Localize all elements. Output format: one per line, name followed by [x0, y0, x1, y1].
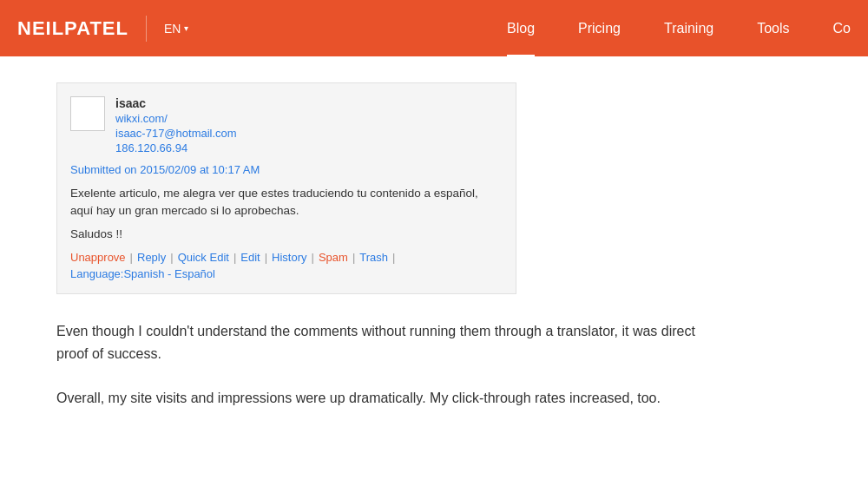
article-body: Even though I couldn't understand the co… [56, 320, 716, 410]
comment-meta: isaac wikxi.com/ isaac-717@hotmail.com 1… [115, 96, 237, 154]
lang-label: EN [164, 22, 181, 36]
commenter-ip: 186.120.66.94 [115, 141, 237, 154]
sep-3: | [233, 251, 236, 264]
nav-training[interactable]: Training [664, 21, 713, 36]
sep-4: | [265, 251, 267, 264]
site-header: NEILPATEL EN ▾ Blog Pricing Training Too… [0, 0, 868, 56]
lang-value: Spanish - Español [123, 267, 215, 280]
action-quick-edit[interactable]: Quick Edit [178, 251, 229, 264]
nav-blog[interactable]: Blog [507, 21, 535, 36]
comment-sign: Saludos !! [70, 227, 503, 240]
comment-actions: Unapprove | Reply | Quick Edit | Edit | … [70, 251, 503, 264]
comment-header: isaac wikxi.com/ isaac-717@hotmail.com 1… [70, 96, 503, 154]
commenter-link[interactable]: wikxi.com/ [115, 112, 237, 125]
action-reply[interactable]: Reply [137, 251, 166, 264]
comment-language: Language:Spanish - Español [70, 267, 503, 280]
header-divider [146, 16, 147, 42]
main-nav: Blog Pricing Training Tools Co [507, 21, 851, 36]
sep-7: | [392, 251, 395, 264]
comment-body: Exelente articulo, me alegra ver que est… [70, 185, 503, 220]
avatar [70, 96, 105, 131]
sep-6: | [352, 251, 355, 264]
action-spam[interactable]: Spam [319, 251, 348, 264]
action-trash[interactable]: Trash [359, 251, 388, 264]
action-history[interactable]: History [272, 251, 306, 264]
nav-pricing[interactable]: Pricing [578, 21, 621, 36]
comment-date: Submitted on 2015/02/09 at 10:17 AM [70, 163, 503, 176]
lang-prefix: Language: [70, 267, 123, 280]
date-prefix: Submitted on [70, 163, 140, 176]
chevron-down-icon: ▾ [184, 23, 188, 33]
action-unapprove[interactable]: Unapprove [70, 251, 126, 264]
sep-5: | [312, 251, 314, 264]
date-value: 2015/02/09 at 10:17 AM [140, 163, 260, 176]
sep-1: | [130, 251, 133, 264]
article-para-2: Overall, my site visits and impressions … [56, 387, 716, 410]
article-para-1: Even though I couldn't understand the co… [56, 320, 716, 366]
commenter-name: isaac [115, 96, 237, 110]
commenter-email: isaac-717@hotmail.com [115, 127, 237, 140]
site-logo: NEILPATEL [17, 17, 128, 40]
nav-co[interactable]: Co [833, 21, 851, 36]
language-selector[interactable]: EN ▾ [164, 22, 188, 36]
sep-2: | [170, 251, 173, 264]
main-content: isaac wikxi.com/ isaac-717@hotmail.com 1… [0, 56, 868, 458]
nav-tools[interactable]: Tools [757, 21, 789, 36]
action-edit[interactable]: Edit [240, 251, 260, 264]
comment-card: isaac wikxi.com/ isaac-717@hotmail.com 1… [56, 82, 516, 294]
